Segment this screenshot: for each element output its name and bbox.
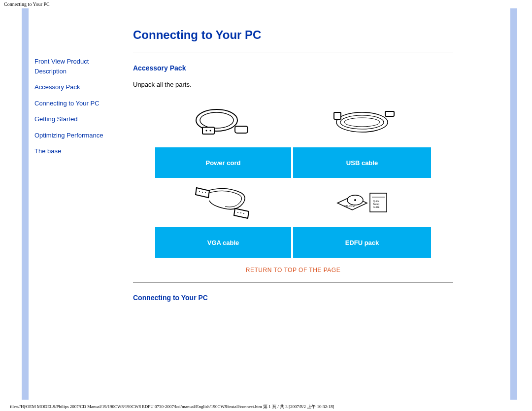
return-to-top-link[interactable]: RETURN TO TOP OF THE PAGE (133, 267, 453, 274)
svg-point-15 (205, 192, 206, 193)
sidebar-link-accessory-pack[interactable]: Accessory Pack (34, 82, 118, 92)
decorative-stripe-right (510, 8, 517, 400)
svg-point-4 (206, 130, 207, 132)
sidebar-link-connecting[interactable]: Connecting to Your PC (34, 99, 118, 108)
svg-rect-2 (235, 126, 248, 133)
section-heading-connecting: Connecting to Your PC (133, 294, 453, 302)
svg-point-7 (340, 115, 384, 129)
svg-point-18 (243, 213, 244, 214)
svg-point-17 (240, 212, 241, 213)
svg-point-1 (200, 112, 233, 128)
svg-rect-9 (334, 112, 341, 119)
edfu-pack-label: EDFU pack (293, 227, 431, 258)
footer-file-path: file:///H|/OEM MODELS/Philips 2007/CD Ma… (10, 404, 334, 410)
vga-cable-label: VGA cable (155, 227, 293, 258)
window-title: Connecting to Your PC (0, 0, 532, 8)
svg-point-21 (354, 199, 356, 201)
svg-point-13 (199, 191, 200, 192)
sidebar-nav: Front View Product Description Accessory… (34, 57, 118, 163)
divider (133, 53, 453, 53)
sidebar-link-optimizing[interactable]: Optimizing Performance (34, 131, 118, 140)
sidebar-link-getting-started[interactable]: Getting Started (34, 114, 118, 124)
svg-rect-10 (385, 111, 394, 116)
page-container: Front View Product Description Accessory… (15, 8, 517, 400)
svg-point-8 (344, 118, 380, 127)
vga-cable-image (155, 178, 293, 227)
svg-point-14 (202, 192, 203, 193)
usb-cable-label: USB cable (293, 147, 431, 178)
svg-marker-12 (234, 208, 249, 218)
divider (133, 282, 453, 283)
sidebar-link-the-base[interactable]: The base (34, 146, 118, 156)
accessory-grid: Power cord USB cable (155, 98, 431, 258)
power-cord-image (155, 98, 293, 147)
page-title: Connecting to Your PC (133, 28, 453, 42)
svg-rect-3 (202, 127, 214, 134)
section-heading-accessory-pack: Accessory Pack (133, 64, 453, 72)
main-content: Connecting to Your PC Accessory Pack Unp… (133, 28, 453, 310)
usb-cable-image (293, 98, 431, 147)
edfu-pack-image: CD-ROM Quick Setup Guide (293, 178, 431, 227)
svg-text:CD-ROM: CD-ROM (344, 205, 355, 207)
svg-text:Guide: Guide (373, 206, 380, 208)
power-cord-label: Power cord (155, 147, 293, 178)
decorative-stripe-left (22, 8, 29, 400)
section-intro: Unpack all the parts. (133, 81, 453, 88)
svg-point-5 (210, 130, 211, 132)
svg-point-16 (237, 212, 238, 213)
sidebar-link-front-view[interactable]: Front View Product Description (34, 57, 118, 76)
